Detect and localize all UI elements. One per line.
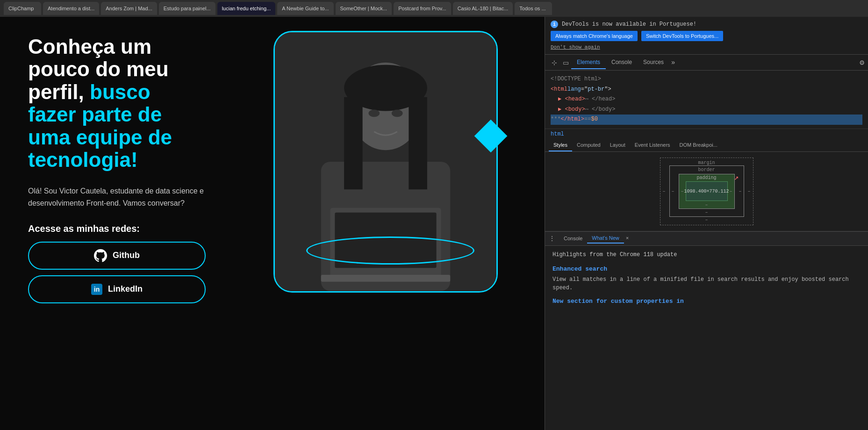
feature-title-1[interactable]: Enhanced search <box>552 265 861 272</box>
tab-casio[interactable]: Casio AL-180 | Bitac... <box>453 2 513 15</box>
body-collapsed: ↔ </body> <box>585 105 616 115</box>
cyan-ellipse-decoration <box>306 236 474 265</box>
dollar-zero: $0 <box>591 115 597 125</box>
margin-dash-left: – <box>663 189 666 194</box>
browser-tabs-bar: ClipChamp Atendimento a dist... Anders Z… <box>0 0 868 17</box>
head-collapsed: ↔ </head> <box>585 94 616 105</box>
match-language-button[interactable]: Always match Chrome's language <box>551 31 638 41</box>
head-tag: ▶ <head> <box>558 94 585 105</box>
padding-dash-right: – <box>729 189 732 194</box>
github-button[interactable]: Github <box>28 242 206 270</box>
bottom-console-tab[interactable]: Console <box>559 234 587 243</box>
html-tree: <!DOCTYPE html> <html lang =" pt-br "> ▶… <box>545 71 868 129</box>
subtab-computed[interactable]: Computed <box>572 139 605 151</box>
close-whats-new-button[interactable]: × <box>626 236 629 241</box>
subtab-dom-breakpoints[interactable]: DOM Breakpoi... <box>675 139 722 151</box>
settings-icon[interactable]: ⚙ <box>860 58 864 67</box>
whats-new-content: Highlights from the Chrome 118 update En… <box>545 246 868 430</box>
linkedin-label: LinkedIn <box>108 284 143 294</box>
tab-sources[interactable]: Sources <box>638 56 669 69</box>
box-model-section: margin – – – border – – – ↗ padding – – … <box>545 152 868 231</box>
bottom-tabs-bar: ⋮ Console What's New × <box>545 232 868 246</box>
box-padding: padding – – – 1098.400×770.112 <box>679 174 735 209</box>
linkedin-button[interactable]: in LinkedIn <box>28 275 206 303</box>
margin-dash-right: – <box>747 189 750 194</box>
tab-postcard[interactable]: Postcard from Prov... <box>394 2 451 15</box>
box-content: 1098.400×770.112 <box>686 181 728 201</box>
box-border: border – – – ↗ padding – – – 1098.400×77… <box>669 165 744 217</box>
html-attr-close: "> <box>604 85 611 95</box>
tab-clipchamp[interactable]: ClipChamp <box>4 2 41 15</box>
box-content-value: 1098.400×770.112 <box>684 189 729 194</box>
subtab-styles[interactable]: Styles <box>549 139 572 151</box>
profile-image-area <box>273 31 507 302</box>
tab-newbie[interactable]: A Newbie Guide to... <box>277 2 333 15</box>
padding-dash-left: – <box>681 189 684 194</box>
notification-buttons: Always match Chrome's language Switch De… <box>551 31 862 41</box>
github-label: Github <box>113 251 140 260</box>
hero-line5: uma equipe de <box>28 126 172 149</box>
svg-point-7 <box>392 109 403 117</box>
notification-text: DevTools is now available in Portuguese! <box>562 21 696 28</box>
styles-subtabs: Styles Computed Layout Event Listeners D… <box>545 139 868 152</box>
html-attr-eq: =" <box>581 85 588 95</box>
svg-rect-4 <box>344 97 363 190</box>
html-tag: <html <box>551 85 567 95</box>
tab-atendimento[interactable]: Atendimento a dist... <box>43 2 99 15</box>
tab-anders[interactable]: Anders Zom | Mad... <box>101 2 157 15</box>
devtools-bottom-section: ⋮ Console What's New × Highlights from t… <box>545 231 868 430</box>
feature-desc-1: View all matches in a line of a minified… <box>552 275 861 292</box>
border-dash-right: – <box>739 189 741 194</box>
border-dash-bottom: – <box>705 210 708 215</box>
device-toolbar-button[interactable]: ▭ <box>560 57 571 68</box>
devtools-panel: i DevTools is now available in Portugues… <box>545 17 868 430</box>
tree-head[interactable]: ▶ <head> ↔ </head> <box>558 94 862 105</box>
bottom-whats-new-tab[interactable]: What's New <box>587 233 624 244</box>
bottom-more-icon[interactable]: ⋮ <box>549 235 555 243</box>
svg-rect-5 <box>409 97 427 190</box>
switch-devtools-button[interactable]: Switch DevTools to Portugues... <box>641 31 723 41</box>
info-icon: i <box>551 21 558 28</box>
tab-console[interactable]: Console <box>606 56 638 69</box>
tree-html-close[interactable]: *** </html> == $0 <box>551 115 862 125</box>
box-model-diagram: margin – – – border – – – ↗ padding – – … <box>660 158 753 225</box>
html-attr-value: pt-br <box>588 85 604 95</box>
github-icon <box>94 249 107 262</box>
tab-elements[interactable]: Elements <box>571 56 606 69</box>
tab-lucian[interactable]: lucian fredu etching... <box>217 2 276 15</box>
border-label: border <box>698 167 715 172</box>
hero-line1: Conheça um <box>28 35 151 58</box>
tab-todos[interactable]: Todos os ... <box>515 2 552 15</box>
devtools-toolbar: ⊹ ▭ Elements Console Sources » ⚙ <box>545 55 868 71</box>
subtab-layout[interactable]: Layout <box>605 139 630 151</box>
feature-title-2[interactable]: New section for custom properties in <box>552 298 861 305</box>
hero-line3-plain: perfil, <box>28 80 90 103</box>
html-attr-name: lang <box>567 85 581 95</box>
body-tag: ▶ <body> <box>558 105 585 115</box>
linkedin-icon: in <box>91 284 102 295</box>
tree-html-open[interactable]: <html lang =" pt-br "> <box>551 85 862 95</box>
doctype-text: <!DOCTYPE html> <box>551 74 601 85</box>
inspect-element-button[interactable]: ⊹ <box>549 57 560 68</box>
html-label: html <box>545 129 868 139</box>
tree-doctype[interactable]: <!DOCTYPE html> <box>551 74 862 85</box>
more-tabs-icon[interactable]: » <box>671 59 675 66</box>
box-arrow-icon: ↗ <box>734 173 739 182</box>
margin-dash-bottom: – <box>705 217 708 222</box>
border-dash-left: – <box>672 189 674 194</box>
main-area: Conheça um pouco do meu perfil, busco fa… <box>0 17 868 430</box>
tab-estudo[interactable]: Estudo para painel... <box>159 2 215 15</box>
devtools-notification: i DevTools is now available in Portugues… <box>545 17 868 55</box>
hero-line2: pouco do meu <box>28 57 169 80</box>
bio-paragraph: Olá! Sou Victor Cautela, estudante de da… <box>28 185 224 209</box>
whats-new-intro: Highlights from the Chrome 118 update <box>552 251 861 258</box>
padding-label: padding <box>696 175 716 180</box>
svg-rect-10 <box>321 275 451 282</box>
dont-show-again-link[interactable]: Don't show again <box>551 44 600 50</box>
html-eq: == <box>584 115 591 125</box>
subtab-event-listeners[interactable]: Event Listeners <box>630 139 675 151</box>
hero-highlight: busco <box>90 80 151 103</box>
tab-someother[interactable]: SomeOther | Mock... <box>336 2 392 15</box>
hero-heading: Conheça um pouco do meu perfil, busco fa… <box>28 36 252 171</box>
tree-body[interactable]: ▶ <body> ↔ </body> <box>558 105 862 115</box>
